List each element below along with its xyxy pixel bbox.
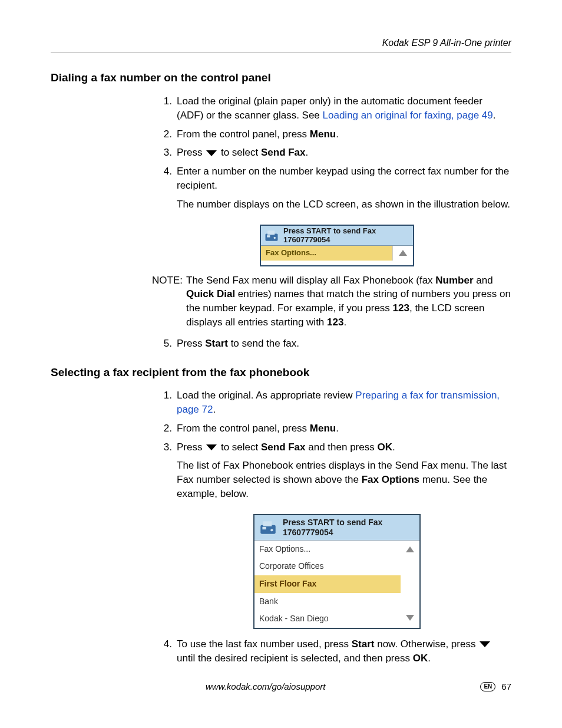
text: .: [213, 404, 216, 415]
lcd-illustration-1: Press START to send Fax 17607779054 Fax …: [163, 225, 511, 266]
text: From the control panel, press: [177, 129, 310, 140]
step-number: 2.: [163, 127, 177, 141]
step-body: Press to select Send Fax.: [177, 146, 511, 160]
steps-list-1: 1. Load the original (plain paper only) …: [163, 94, 511, 216]
text: Press: [177, 147, 205, 158]
steps-list-2: 1. Load the original. As appropriate rev…: [163, 388, 511, 506]
text: .: [493, 110, 496, 121]
lcd-title-line2: 17607779054: [283, 236, 376, 245]
svg-marker-13: [480, 641, 490, 647]
language-badge: EN: [480, 682, 495, 691]
text: and: [474, 275, 493, 286]
step-body: Press Start to send the fax.: [177, 337, 511, 351]
page-footer: www.kodak.com/go/aiosupport EN 67: [51, 680, 511, 693]
lcd-item-fax-options: Fax Options...: [254, 541, 401, 558]
text: to send the fax.: [228, 338, 299, 349]
text: From the control panel, press: [177, 423, 310, 434]
step-number: 4.: [163, 637, 177, 666]
link-loading-original[interactable]: Loading an original for faxing, page 49: [323, 110, 493, 121]
lcd-item-bank: Bank: [254, 593, 401, 611]
text: .: [343, 317, 346, 328]
svg-rect-3: [267, 235, 270, 238]
lcd-fax-options: Fax Options...: [261, 246, 393, 260]
bold-ok: OK: [413, 653, 428, 664]
steps-list-2b: 4. To use the last fax number used, pres…: [163, 637, 511, 666]
text: to select: [218, 442, 261, 453]
lcd-list: Fax Options... Corporate Offices First F…: [254, 541, 401, 628]
lcd-illustration-2: Press START to send Fax 17607779054 Fax …: [163, 514, 511, 629]
section-heading-dialing: Dialing a fax number on the control pane…: [51, 70, 511, 86]
bold-send-fax: Send Fax: [261, 147, 306, 158]
lcd-item-kodak-sd: Kodak - San Diego: [254, 610, 401, 628]
step-number: 3.: [163, 146, 177, 160]
text: Load the original. As appropriate review: [177, 390, 355, 401]
lcd-item-corporate: Corporate Offices: [254, 558, 401, 575]
down-arrow-icon: [206, 444, 217, 450]
step-number: 1.: [163, 94, 177, 123]
footer-url: www.kodak.com/go/aiosupport: [51, 680, 480, 693]
lcd-title-line1: Press START to send Fax: [283, 227, 376, 236]
lcd-title-line2: 17607779054: [283, 528, 382, 538]
svg-marker-0: [206, 150, 217, 156]
text: until the desired recipient is selected,…: [177, 653, 413, 664]
section-heading-selecting: Selecting a fax recipient from the fax p…: [51, 365, 511, 381]
text: Press: [177, 442, 205, 453]
up-triangle-icon: [406, 544, 414, 556]
bold-123: 123: [393, 302, 409, 314]
svg-marker-12: [406, 615, 414, 621]
text: to select: [218, 147, 261, 158]
text: .: [336, 129, 339, 140]
text: Enter a number on the number keypad usin…: [177, 164, 511, 193]
svg-marker-5: [399, 250, 407, 256]
down-arrow-icon: [480, 641, 490, 647]
step-body: Load the original. As appropriate review…: [177, 388, 511, 417]
step-body: From the control panel, press Menu.: [177, 127, 511, 141]
step-body: Enter a number on the number keypad usin…: [177, 164, 511, 216]
fax-machine-icon: [263, 228, 280, 244]
step-number: 1.: [163, 388, 177, 417]
step-number: 3.: [163, 440, 177, 506]
bold-number: Number: [435, 275, 473, 286]
step-body: Load the original (plain paper only) in …: [177, 94, 511, 123]
bold-123: 123: [327, 317, 343, 328]
note-label: NOTE:: [152, 274, 186, 330]
text: Press: [177, 338, 205, 349]
svg-rect-9: [262, 527, 266, 529]
text: now. Otherwise, press: [374, 638, 478, 650]
note-block: NOTE: The Send Fax menu will display all…: [152, 274, 511, 330]
step-number: 2.: [163, 421, 177, 436]
svg-point-10: [270, 529, 273, 531]
svg-point-4: [274, 236, 276, 239]
bold-ok: OK: [377, 442, 392, 453]
text: and then press: [306, 442, 378, 453]
svg-rect-8: [263, 521, 272, 526]
page-number: 67: [501, 680, 511, 693]
svg-marker-6: [206, 444, 217, 450]
bold-quick-dial: Quick Dial: [186, 288, 235, 299]
text: .: [306, 147, 309, 158]
text: To use the last fax number used, press: [177, 638, 352, 650]
steps-list-1b: 5. Press Start to send the fax.: [163, 337, 511, 351]
text: .: [336, 423, 339, 434]
down-triangle-icon: [406, 612, 414, 624]
lcd-title-line1: Press START to send Fax: [283, 518, 382, 528]
bold-menu: Menu: [310, 423, 336, 434]
step-body: From the control panel, press Menu.: [177, 421, 511, 436]
bold-start: Start: [352, 638, 375, 650]
text: The number displays on the LCD screen, a…: [177, 197, 511, 212]
fax-machine-icon: [258, 518, 278, 538]
step-body: To use the last fax number used, press S…: [177, 637, 511, 666]
svg-rect-2: [267, 230, 275, 235]
lcd-item-first-floor-selected: First Floor Fax: [254, 575, 401, 593]
bold-fax-options: Fax Options: [362, 474, 419, 485]
text: The Send Fax menu will display all Fax P…: [186, 275, 435, 286]
note-body: The Send Fax menu will display all Fax P…: [186, 274, 511, 330]
down-arrow-icon: [206, 150, 217, 156]
step-body: Press to select Send Fax and then press …: [177, 440, 511, 506]
step-number: 5.: [163, 337, 177, 351]
up-triangle-icon: [393, 247, 413, 259]
bold-menu: Menu: [310, 129, 336, 140]
bold-send-fax: Send Fax: [261, 442, 306, 453]
text: .: [428, 653, 431, 664]
text: .: [392, 442, 395, 453]
